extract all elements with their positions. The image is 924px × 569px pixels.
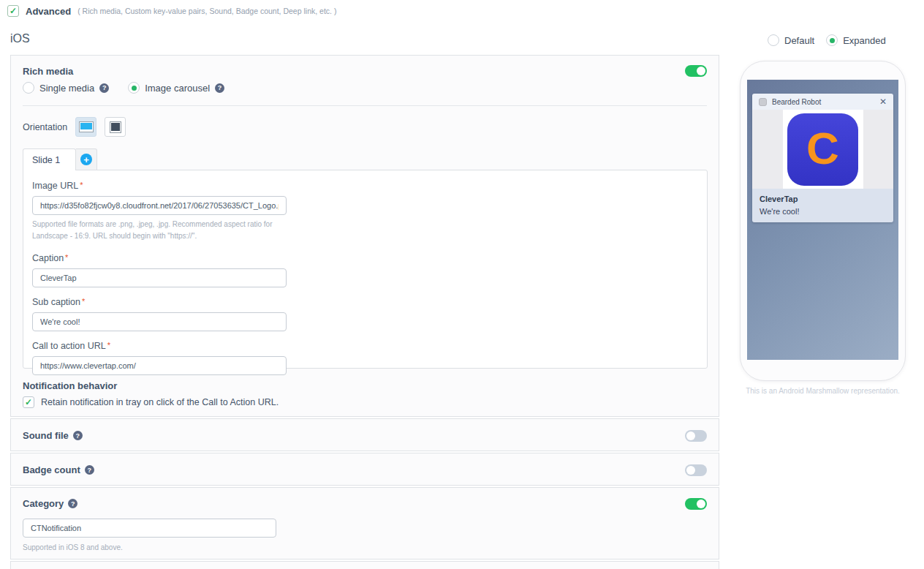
toggle-knob	[686, 432, 695, 440]
rich-media-toggle[interactable]	[685, 65, 707, 77]
radio-single-media[interactable]	[23, 82, 34, 94]
clevertap-logo: C	[787, 113, 858, 186]
app-name: Bearded Robot	[772, 98, 821, 106]
slide-tabs: Slide 1 +	[23, 148, 97, 170]
orientation-portrait-button[interactable]	[105, 117, 126, 137]
toggle-knob	[686, 466, 695, 475]
sound-file-section: Sound file ?	[10, 418, 719, 451]
image-url-help: Supported file formats are .png, .jpeg, …	[32, 219, 304, 241]
help-icon[interactable]: ?	[215, 83, 224, 93]
advanced-note: ( Rich media, Custom key-value pairs, So…	[77, 7, 336, 15]
cta-url-group: Call to action URL*	[32, 341, 698, 375]
notification-image: C	[783, 110, 863, 189]
logo-letter: C	[806, 126, 839, 171]
sub-caption-label: Sub caption*	[32, 297, 698, 307]
sound-file-toggle[interactable]	[685, 430, 707, 442]
notification-footer: CleverTap We're cool!	[752, 189, 893, 222]
preview-mode-toggle: Default Expanded	[768, 34, 886, 46]
image-url-group: Image URL* Supported file formats are .p…	[32, 181, 698, 241]
help-icon[interactable]: ?	[73, 431, 83, 440]
required-asterisk: *	[107, 341, 110, 350]
radio-default-label: Default	[784, 35, 814, 46]
radio-dot	[132, 86, 137, 91]
orientation-label: Orientation	[23, 122, 67, 132]
category-title: Category ?	[23, 498, 77, 509]
single-media-label: Single media	[39, 83, 94, 94]
platform-heading: iOS	[10, 32, 30, 45]
app-icon	[759, 98, 767, 106]
orientation-row: Orientation	[23, 117, 126, 137]
rich-media-title-text: Rich media	[23, 66, 73, 77]
radio-expanded[interactable]	[826, 34, 838, 46]
notification-header: Bearded Robot ✕	[752, 94, 893, 110]
divider	[23, 105, 707, 106]
cta-url-input[interactable]	[32, 356, 287, 375]
category-help: Supported in iOS 8 and above.	[23, 542, 295, 554]
advanced-row: ✓ Advanced ( Rich media, Custom key-valu…	[7, 5, 336, 17]
badge-count-title: Badge count ?	[23, 464, 94, 475]
advanced-label: Advanced	[26, 6, 71, 17]
caption-input[interactable]	[32, 268, 287, 287]
retain-notification-row: ✓ Retain notification in tray on click o…	[23, 396, 279, 408]
image-carousel-label: Image carousel	[145, 83, 210, 94]
toggle-knob	[697, 500, 705, 508]
sub-caption-input[interactable]	[32, 312, 287, 331]
help-icon[interactable]: ?	[85, 465, 94, 475]
caption-group: Caption*	[32, 253, 698, 287]
notification-sub-caption: We're cool!	[760, 207, 886, 216]
radio-expanded-label: Expanded	[843, 35, 886, 46]
help-icon[interactable]: ?	[68, 499, 77, 508]
image-carousel-option[interactable]: Image carousel ?	[128, 82, 224, 94]
preview-expanded-option[interactable]: Expanded	[826, 34, 886, 46]
landscape-icon	[79, 121, 94, 132]
required-asterisk: *	[82, 297, 85, 306]
cta-url-label: Call to action URL*	[32, 341, 698, 351]
image-url-input[interactable]	[32, 196, 287, 215]
category-input[interactable]	[23, 519, 276, 538]
badge-count-title-text: Badge count	[23, 464, 80, 475]
rich-media-section: Rich media Single media ? Image carousel…	[10, 55, 719, 417]
radio-image-carousel[interactable]	[128, 82, 140, 94]
check-icon: ✓	[25, 397, 32, 407]
badge-count-toggle[interactable]	[685, 464, 707, 476]
close-icon[interactable]: ✕	[879, 97, 887, 106]
next-section-partial	[10, 561, 719, 569]
required-asterisk: *	[80, 181, 83, 189]
image-url-label: Image URL*	[32, 181, 698, 191]
sound-file-title: Sound file ?	[23, 430, 83, 441]
notification-behavior-title: Notification behavior	[23, 380, 117, 391]
required-asterisk: *	[65, 253, 68, 262]
orientation-landscape-button[interactable]	[75, 117, 96, 137]
preview-footnote: This is an Android Marshmallow represent…	[740, 387, 906, 395]
media-type-radios: Single media ? Image carousel ?	[23, 82, 224, 94]
settings-sections: Rich media Single media ? Image carousel…	[10, 55, 719, 569]
phone-screen: Bearded Robot ✕ C CleverTap We're cool!	[747, 80, 898, 360]
sound-file-title-text: Sound file	[23, 430, 69, 441]
caption-label: Caption*	[32, 253, 698, 263]
preview-default-option[interactable]: Default	[768, 34, 814, 46]
portrait-icon	[110, 121, 121, 133]
notification-image-area: C	[752, 110, 893, 189]
slide-1-panel: Image URL* Supported file formats are .p…	[23, 170, 708, 369]
rich-media-title: Rich media	[23, 66, 73, 77]
badge-count-section: Badge count ?	[10, 453, 719, 486]
notification-behavior-title-text: Notification behavior	[23, 380, 117, 391]
tab-slide-1[interactable]: Slide 1	[23, 148, 76, 170]
check-icon: ✓	[10, 6, 17, 16]
tab-slide-1-label: Slide 1	[32, 155, 60, 165]
retain-notification-checkbox[interactable]: ✓	[23, 396, 34, 408]
notification-preview-card: Bearded Robot ✕ C CleverTap We're cool!	[752, 94, 893, 222]
advanced-checkbox[interactable]: ✓	[7, 5, 19, 17]
help-icon[interactable]: ?	[99, 83, 109, 93]
add-slide-tab[interactable]: +	[76, 148, 97, 170]
notification-caption: CleverTap	[760, 195, 886, 203]
category-toggle[interactable]	[685, 498, 707, 510]
sub-caption-group: Sub caption*	[32, 297, 698, 331]
single-media-option[interactable]: Single media ?	[23, 82, 109, 94]
plus-icon: +	[80, 154, 92, 165]
category-title-text: Category	[23, 498, 64, 509]
retain-notification-label: Retain notification in tray on click of …	[41, 397, 279, 407]
radio-dot	[830, 38, 835, 43]
radio-default[interactable]	[768, 34, 779, 46]
category-section: Category ? Supported in iOS 8 and above.	[10, 487, 719, 559]
